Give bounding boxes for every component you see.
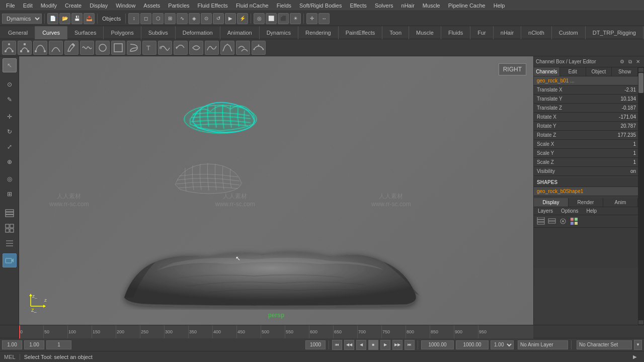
menu-solvers[interactable]: Solvers (371, 2, 397, 10)
tab-toon[interactable]: Toon (382, 26, 409, 39)
circle-btn[interactable] (96, 41, 110, 55)
layer-tab-render[interactable]: Render (569, 198, 603, 207)
bezier-curve-btn[interactable] (33, 41, 47, 55)
helix-btn[interactable] (127, 41, 141, 55)
layer-tab-display[interactable]: Display (534, 198, 569, 207)
mode-select[interactable]: Dynamics (2, 14, 42, 24)
cb-close-icon[interactable]: ✕ (634, 58, 642, 66)
save-scene-btn[interactable]: 💾 (71, 13, 83, 24)
rebuild-curve-btn[interactable] (252, 41, 266, 55)
xform-btn[interactable]: ↔ (318, 13, 330, 24)
timeline-track[interactable]: 0 50 100 150 200 250 300 350 400 450 500… (19, 325, 533, 338)
fit-bspline-btn[interactable] (220, 41, 234, 55)
rotate-x-row[interactable]: Rotate X -171.04 (534, 113, 638, 122)
lattice-btn[interactable]: ⊞ (3, 187, 17, 201)
select-by-hierarchy-btn[interactable]: ↕ (128, 13, 139, 24)
open-close-btn[interactable] (189, 41, 203, 55)
wireframe-btn[interactable]: ⬜ (266, 13, 277, 24)
help-menu[interactable]: Help (582, 207, 601, 215)
visibility-row[interactable]: Visibility on (534, 167, 638, 176)
grid-tool-btn[interactable] (3, 221, 17, 235)
menu-edit[interactable]: Edit (19, 2, 37, 10)
play-fwd-btn[interactable]: ▶ (380, 340, 390, 350)
universal-manip-tool-btn[interactable]: ⊕ (3, 155, 17, 169)
playhead[interactable] (19, 325, 20, 338)
layer-color-icon[interactable] (569, 216, 579, 226)
menu-file[interactable]: File (2, 2, 19, 10)
menu-create[interactable]: Create (61, 2, 86, 10)
square-btn[interactable] (111, 41, 125, 55)
curve-dup-btn[interactable] (236, 41, 250, 55)
layer-tab-anim[interactable]: Anim (603, 198, 638, 207)
channel-box-scrollbar[interactable] (638, 67, 644, 325)
rotate-y-row[interactable]: Rotate Y 20.787 (534, 122, 638, 131)
scale-tool-btn[interactable]: ⤢ (3, 140, 17, 154)
viewport-3d[interactable]: 人人素材www.rr-sc.com 人人素材www.rr-sc.com 人人素材… (19, 56, 533, 325)
command-run-btn[interactable]: ▶ (630, 353, 640, 361)
tab-fluids[interactable]: Fluids (441, 26, 470, 39)
anim-layer-field[interactable] (518, 340, 568, 349)
tab-curves[interactable]: Curves (35, 26, 67, 39)
menu-display[interactable]: Display (86, 2, 112, 10)
tab-general[interactable]: General (1, 26, 35, 39)
tab-muscle[interactable]: Muscle (409, 26, 441, 39)
render-btn[interactable]: ▶ (225, 13, 236, 24)
snap-to-point-btn[interactable]: ◈ (189, 13, 200, 24)
move-tool-btn[interactable]: ✛ (3, 110, 17, 124)
cb-tab-edit[interactable]: Edit (560, 67, 586, 76)
menu-fluid-effects[interactable]: Fluid Effects (194, 2, 232, 10)
new-scene-btn[interactable]: 📄 (47, 13, 58, 24)
scale-x-row[interactable]: Scale X 1 (534, 140, 638, 149)
scrollbar-thumb[interactable] (638, 73, 643, 93)
tab-deformation[interactable]: Deformation (176, 26, 220, 39)
translate-z-row[interactable]: Translate Z -0.187 (534, 104, 638, 113)
play-back-start-btn[interactable]: ⏮ (332, 340, 342, 350)
cb-settings-icon[interactable]: ⚙ (618, 58, 626, 66)
tab-polygons[interactable]: Polygons (104, 26, 141, 39)
tab-nhair[interactable]: nHair (494, 26, 521, 39)
menu-muscle[interactable]: Muscle (419, 2, 444, 10)
tab-custom[interactable]: Custom (552, 26, 586, 39)
tab-subdivs[interactable]: Subdivs (141, 26, 176, 39)
translate-x-row[interactable]: Translate X -2.31 (534, 85, 638, 95)
smooth-btn[interactable]: ⬛ (278, 13, 289, 24)
snap-to-curve-btn[interactable]: ∿ (177, 13, 188, 24)
menu-particles[interactable]: Particles (164, 2, 193, 10)
menu-effects[interactable]: Effects (346, 2, 370, 10)
rotate-z-row[interactable]: Rotate Z 177.235 (534, 131, 638, 140)
play-back-btn[interactable]: ◀ (356, 340, 366, 350)
cb-tab-channels[interactable]: Channels (534, 67, 560, 76)
ep-curve-btn[interactable] (18, 41, 32, 55)
range-end-field[interactable] (305, 340, 326, 349)
snap-to-grid-btn[interactable]: ⊞ (165, 13, 176, 24)
open-scene-btn[interactable]: 📂 (59, 13, 70, 24)
menu-fields[interactable]: Fields (273, 2, 295, 10)
layer-delete-icon[interactable] (547, 216, 557, 226)
layer-vis-icon[interactable] (558, 216, 568, 226)
camera-btn[interactable] (3, 253, 17, 267)
tab-rendering[interactable]: Rendering (298, 26, 339, 39)
show-hide-btn[interactable]: ◎ (254, 13, 265, 24)
tab-fur[interactable]: Fur (470, 26, 494, 39)
viewport-panel[interactable]: View Shading Lighting Show Renderer Pane… (19, 56, 533, 325)
menu-window[interactable]: Window (112, 2, 139, 10)
select-by-object-btn[interactable]: ◻ (140, 13, 151, 24)
tab-ncloth[interactable]: nCloth (521, 26, 552, 39)
menu-nhair[interactable]: nHair (397, 2, 419, 10)
select-by-component-btn[interactable]: ⬡ (152, 13, 164, 24)
ipr-btn[interactable]: ⚡ (237, 13, 248, 24)
smooth-curve-btn[interactable] (205, 41, 219, 55)
outliner-btn[interactable] (3, 236, 17, 250)
save-as-btn[interactable]: 📥 (84, 13, 95, 24)
soft-mod-btn[interactable]: ◎ (3, 172, 17, 186)
arc-btn[interactable] (49, 41, 63, 55)
light-btn[interactable]: ☀ (290, 13, 301, 24)
cb-dock-icon[interactable]: ⧉ (626, 58, 634, 66)
cv-curve-btn[interactable] (2, 41, 16, 55)
end-time-2-field[interactable] (456, 340, 489, 349)
range-start-field[interactable] (24, 340, 44, 349)
range-value-field[interactable] (46, 340, 71, 349)
command-input[interactable] (24, 354, 630, 360)
text-btn[interactable]: T (142, 41, 156, 55)
snap-to-surface-btn[interactable]: ⊙ (201, 13, 212, 24)
